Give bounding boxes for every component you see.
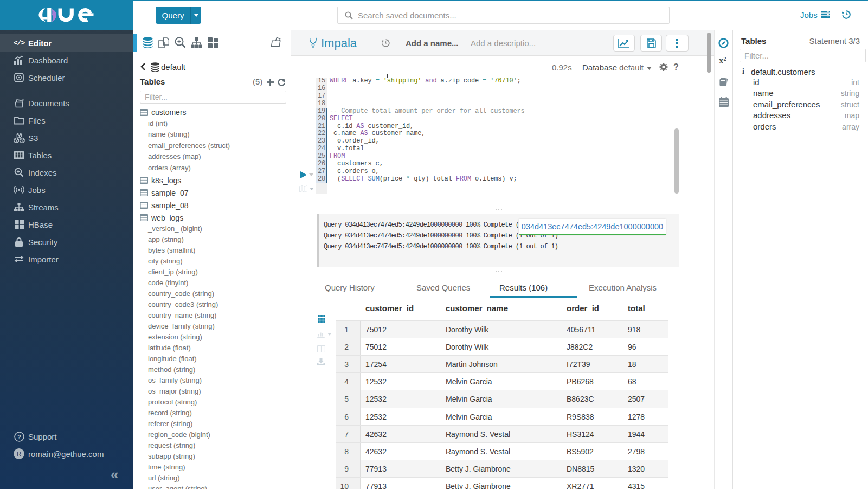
svg-text:R: R	[17, 451, 21, 457]
svg-text:?: ?	[17, 433, 21, 440]
